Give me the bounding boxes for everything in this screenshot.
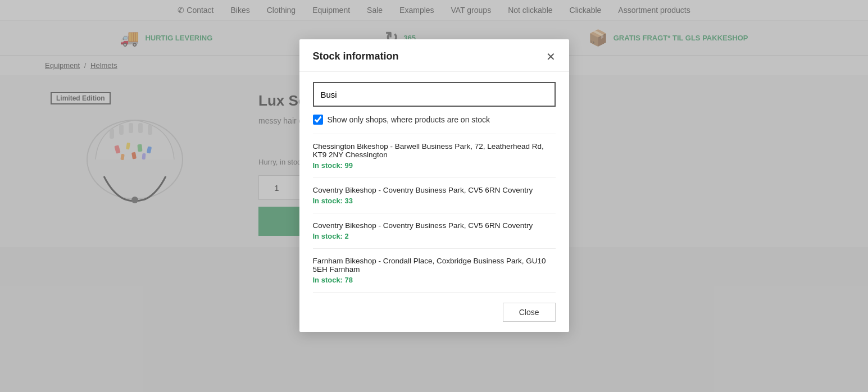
modal-close-footer-button[interactable]: Close: [503, 303, 556, 322]
stock-search-input[interactable]: [313, 82, 556, 107]
stock-item-count: In stock: 2: [313, 232, 556, 240]
stock-item-name: Coventry Bikeshop - Coventry Business Pa…: [313, 186, 556, 194]
stock-item-name: Farnham Bikeshop - Crondall Place, Coxbr…: [313, 257, 556, 274]
stock-checkbox-row: Show only shops, where products are on s…: [313, 115, 556, 125]
modal-title: Stock information: [313, 51, 399, 62]
modal-overlay: Stock information ✕ Show only shops, whe…: [0, 0, 868, 392]
stock-list: Chessington Bikeshop - Barwell Business …: [313, 134, 556, 293]
stock-item: Farnham Bikeshop - Crondall Place, Coxbr…: [313, 249, 556, 293]
show-in-stock-label: Show only shops, where products are on s…: [328, 115, 490, 124]
show-in-stock-checkbox[interactable]: [313, 115, 323, 125]
stock-item: Coventry Bikeshop - Coventry Business Pa…: [313, 178, 556, 213]
modal-close-button[interactable]: ✕: [546, 51, 556, 62]
stock-item: Chessington Bikeshop - Barwell Business …: [313, 134, 556, 178]
stock-item-count: In stock: 99: [313, 161, 556, 170]
modal-footer: Close: [299, 293, 569, 332]
stock-information-modal: Stock information ✕ Show only shops, whe…: [299, 39, 569, 332]
stock-item-count: In stock: 78: [313, 276, 556, 284]
modal-header: Stock information ✕: [299, 39, 569, 72]
stock-item-name: Coventry Bikeshop - Coventry Business Pa…: [313, 221, 556, 230]
stock-item: Coventry Bikeshop - Coventry Business Pa…: [313, 213, 556, 249]
stock-item-count: In stock: 33: [313, 197, 556, 205]
modal-body: Show only shops, where products are on s…: [299, 72, 569, 293]
stock-item-name: Chessington Bikeshop - Barwell Business …: [313, 142, 556, 159]
